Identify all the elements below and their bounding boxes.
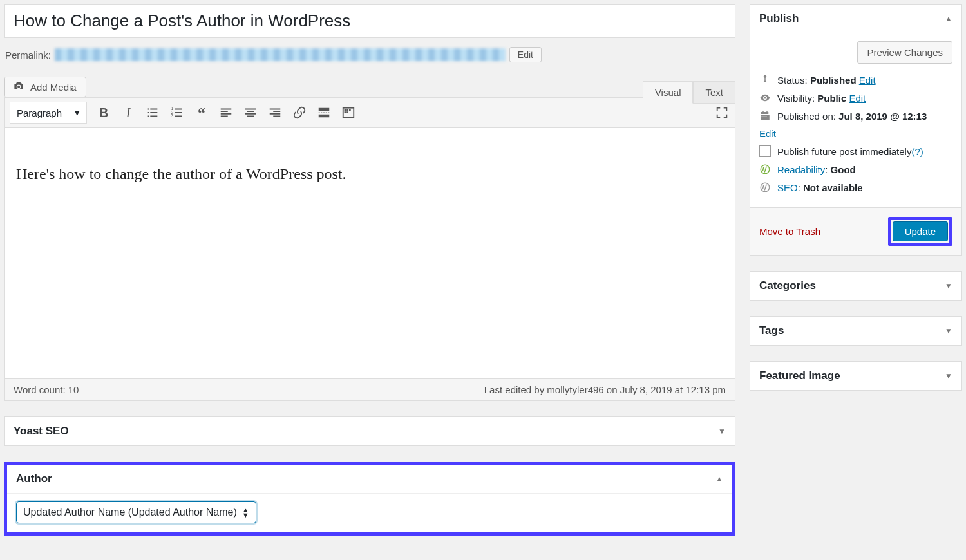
select-caret-icon: ▲▼ — [242, 507, 249, 518]
seo-value: Not available — [803, 182, 863, 193]
yoast-seo-icon — [759, 182, 771, 193]
author-select-value: Updated Author Name (Updated Author Name… — [23, 507, 237, 518]
tags-panel-header[interactable]: Tags ▼ — [750, 317, 961, 345]
post-title-input[interactable] — [4, 4, 735, 38]
categories-panel-header[interactable]: Categories ▼ — [750, 272, 961, 300]
published-label: Published on: — [777, 111, 836, 122]
published-value: Jul 8, 2019 @ 12:13 — [838, 111, 927, 122]
read-more-icon[interactable] — [316, 105, 332, 120]
svg-text:3: 3 — [171, 113, 174, 118]
bullet-list-icon[interactable] — [145, 105, 160, 120]
svg-rect-5 — [346, 109, 348, 111]
format-select-label: Paragraph — [17, 107, 62, 118]
bold-icon[interactable]: B — [96, 105, 111, 120]
help-link[interactable]: (?) — [911, 146, 923, 157]
last-edited: Last edited by mollytyler496 on July 8, … — [484, 384, 726, 395]
visibility-edit-link[interactable]: Edit — [849, 93, 866, 104]
author-select[interactable]: Updated Author Name (Updated Author Name… — [16, 501, 256, 523]
yoast-seo-panel-header[interactable]: Yoast SEO ▼ — [5, 417, 735, 445]
categories-title: Categories — [759, 279, 816, 292]
chevron-down-icon: ▾ — [75, 107, 80, 118]
svg-rect-4 — [345, 109, 346, 111]
svg-rect-6 — [349, 109, 351, 111]
svg-rect-8 — [346, 111, 348, 113]
chevron-down-icon: ▼ — [945, 326, 952, 335]
permalink-edit-button[interactable]: Edit — [509, 47, 542, 62]
blockquote-icon[interactable]: “ — [194, 105, 209, 120]
chevron-up-icon: ▲ — [945, 14, 952, 23]
status-value: Published — [810, 75, 857, 86]
toolbar-toggle-icon[interactable] — [341, 105, 356, 120]
chevron-down-icon: ▼ — [945, 281, 952, 290]
chevron-down-icon: ▼ — [718, 427, 726, 436]
preview-changes-button[interactable]: Preview Changes — [857, 41, 952, 64]
format-select[interactable]: Paragraph ▾ — [10, 102, 87, 124]
chevron-up-icon: ▲ — [715, 474, 723, 483]
align-left-icon[interactable] — [218, 105, 234, 120]
add-media-button[interactable]: Add Media — [4, 77, 86, 97]
eye-icon — [759, 92, 771, 104]
readability-value: Good — [831, 164, 856, 175]
link-icon[interactable] — [292, 105, 307, 120]
seo-link[interactable]: SEO — [777, 182, 798, 193]
status-label: Status: — [777, 75, 808, 86]
add-media-label: Add Media — [30, 82, 77, 93]
future-post-label: Publish future post immediately — [777, 146, 911, 157]
tab-text[interactable]: Text — [693, 81, 735, 104]
word-count: Word count: 10 — [14, 384, 79, 395]
visibility-label: Visibility: — [777, 93, 815, 104]
calendar-icon — [759, 110, 771, 122]
permalink-label: Permalink: — [5, 50, 51, 61]
status-edit-link[interactable]: Edit — [859, 75, 876, 86]
chevron-down-icon: ▼ — [945, 371, 952, 380]
align-center-icon[interactable] — [243, 105, 258, 120]
yoast-panel-title: Yoast SEO — [14, 425, 69, 438]
featured-image-panel-header[interactable]: Featured Image ▼ — [750, 362, 961, 390]
visibility-value: Public — [817, 93, 846, 104]
yoast-readability-icon — [759, 163, 771, 175]
fullscreen-icon[interactable] — [714, 105, 730, 120]
publish-panel-title: Publish — [759, 12, 799, 25]
readability-link[interactable]: Readability — [777, 164, 825, 175]
future-post-checkbox[interactable] — [759, 145, 771, 157]
move-to-trash-link[interactable]: Move to Trash — [759, 226, 820, 237]
pin-icon — [759, 74, 771, 86]
svg-rect-7 — [345, 111, 346, 113]
camera-icon — [14, 81, 25, 93]
update-highlight: Update — [888, 217, 952, 246]
align-right-icon[interactable] — [267, 105, 283, 120]
number-list-icon[interactable]: 123 — [169, 105, 185, 120]
editor-toolbar: Paragraph ▾ B I 123 “ — [4, 97, 735, 128]
permalink-value-redacted — [55, 48, 506, 61]
editor-content-area[interactable]: Here's how to change the author of a Wor… — [4, 128, 735, 379]
publish-panel-header[interactable]: Publish ▲ — [750, 5, 961, 33]
author-panel-title: Author — [16, 472, 52, 485]
italic-icon[interactable]: I — [120, 105, 136, 120]
editor-content-text: Here's how to change the author of a Wor… — [16, 165, 346, 182]
update-button[interactable]: Update — [893, 221, 948, 241]
author-panel-header[interactable]: Author ▲ — [7, 465, 732, 494]
tab-visual[interactable]: Visual — [643, 81, 694, 104]
published-edit-link[interactable]: Edit — [759, 128, 952, 139]
tags-title: Tags — [759, 324, 784, 337]
featured-image-title: Featured Image — [759, 369, 840, 382]
